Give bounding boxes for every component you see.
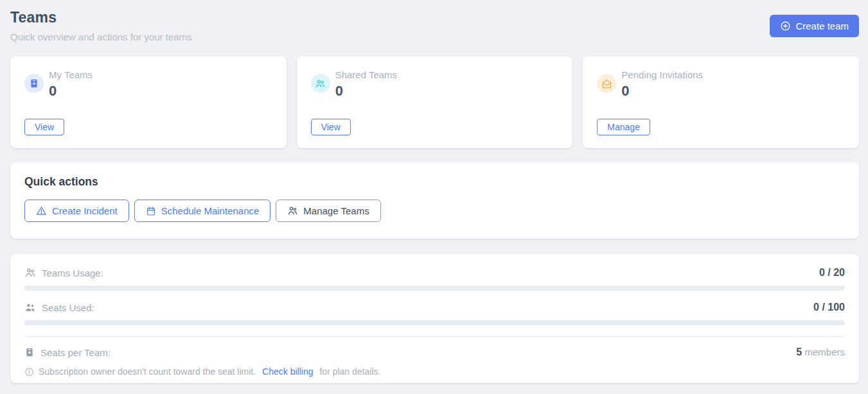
seats-used-value: 0 / 100	[813, 302, 845, 313]
card-label: Shared Teams	[335, 69, 397, 80]
page-header: Teams Quick overview and actions for you…	[10, 9, 859, 42]
mail-open-icon	[597, 74, 616, 93]
members-suffix: members	[804, 347, 845, 357]
quick-actions-title: Quick actions	[24, 175, 845, 189]
page-header-text: Teams Quick overview and actions for you…	[10, 9, 192, 42]
card-value: 0	[335, 83, 397, 99]
teams-page: Teams Quick overview and actions for you…	[0, 0, 868, 383]
seats-per-team-label: Seats per Team:	[40, 347, 111, 358]
card-value: 0	[49, 83, 93, 99]
view-shared-teams-button[interactable]: View	[311, 119, 351, 135]
create-team-label: Create team	[795, 21, 849, 31]
pending-invitations-card: Pending Invitations 0 Manage	[583, 56, 859, 148]
card-label: My Teams	[49, 69, 93, 80]
manage-teams-button[interactable]: Manage Teams	[276, 200, 380, 222]
id-badge-icon	[24, 74, 44, 93]
seats-used-progress	[24, 320, 845, 325]
users-outline-icon	[24, 267, 36, 278]
teams-usage-value: 0 / 20	[819, 267, 845, 278]
view-my-teams-button[interactable]: View	[24, 119, 64, 135]
seats-used-label: Seats Used:	[42, 302, 94, 313]
page-title: Teams	[10, 9, 192, 26]
seat-limit-note: Subscription owner doesn't count toward …	[24, 366, 845, 377]
users-filled-icon	[24, 302, 36, 313]
manage-invitations-button[interactable]: Manage	[597, 119, 650, 135]
users-icon	[287, 205, 298, 216]
teams-usage-progress	[24, 286, 845, 291]
my-teams-card: My Teams 0 View	[10, 56, 287, 148]
create-team-button[interactable]: Create team	[770, 15, 859, 37]
check-billing-link[interactable]: Check billing	[262, 366, 313, 377]
note-text-after: for plan details.	[319, 366, 380, 377]
info-circle-icon	[24, 367, 34, 377]
schedule-maintenance-button[interactable]: Schedule Maintenance	[134, 200, 271, 222]
stats-cards-row: My Teams 0 View Shared Teams	[10, 56, 859, 148]
create-incident-button[interactable]: Create Incident	[24, 200, 129, 222]
page-subtitle: Quick overview and actions for your team…	[10, 31, 192, 42]
seats-used-row: Seats Used: 0 / 100	[24, 302, 845, 313]
usage-panel: Teams Usage: 0 / 20 Seats Used: 0 / 100	[10, 254, 859, 383]
quick-actions-panel: Quick actions Create Incident Schedule	[10, 162, 859, 239]
seats-per-team-value: 5 members	[796, 347, 845, 358]
usage-divider	[24, 336, 845, 337]
id-badge-filled-icon	[24, 347, 35, 357]
warning-triangle-icon	[36, 205, 47, 216]
card-label: Pending Invitations	[621, 69, 703, 80]
note-text-before: Subscription owner doesn't count toward …	[39, 366, 256, 377]
users-icon	[311, 74, 330, 93]
teams-usage-row: Teams Usage: 0 / 20	[24, 267, 845, 278]
shared-teams-card: Shared Teams 0 View	[297, 56, 573, 148]
calendar-icon	[146, 206, 156, 216]
card-value: 0	[621, 83, 703, 99]
teams-usage-label: Teams Usage:	[42, 268, 103, 278]
seats-per-team-row: Seats per Team: 5 members	[24, 347, 845, 358]
plus-circle-icon	[780, 21, 791, 31]
